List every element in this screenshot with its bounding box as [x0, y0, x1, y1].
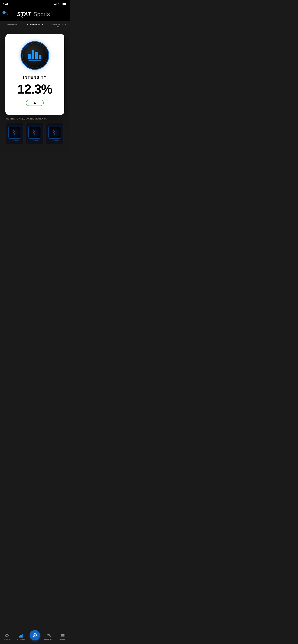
popup-card: INTENSITY 12.3% [5, 34, 64, 115]
svg-rect-3 [57, 3, 57, 5]
app-logo: STAT Sports ® [17, 10, 53, 18]
notification-button[interactable]: 2 [3, 11, 9, 18]
main-content: INTENSITY 12.3% METRIC-BASED ACHIEVEMENT… [0, 30, 70, 151]
svg-rect-1 [55, 4, 56, 5]
bar-chart-graphic [28, 50, 41, 60]
app-header: 2 STAT Sports ® [0, 8, 70, 21]
status-icons [54, 3, 67, 5]
signal-icon [54, 3, 57, 5]
status-bar: 9:41 [0, 0, 70, 8]
svg-rect-5 [63, 3, 66, 5]
expand-button[interactable] [26, 100, 44, 106]
tab-compare[interactable]: COMPARE TO A PRO [46, 21, 70, 30]
notification-badge: 2 [2, 11, 6, 14]
tab-achievements[interactable]: ACHIEVEMENTS [23, 21, 46, 30]
chevron-up-icon [33, 102, 36, 104]
chart-baseline [28, 60, 41, 61]
svg-rect-2 [56, 3, 56, 5]
notification-icon[interactable]: 2 [3, 11, 9, 18]
nav-tabs: DASHBOARD ACHIEVEMENTS COMPARE TO A PRO [0, 21, 70, 30]
status-time: 9:41 [3, 2, 8, 6]
svg-text:STAT: STAT [17, 11, 31, 17]
statsports-logo: STAT Sports ® [17, 10, 53, 18]
battery-icon [62, 3, 67, 5]
wifi-icon [58, 3, 61, 5]
svg-rect-0 [54, 4, 55, 5]
achievement-title: INTENSITY [23, 75, 47, 80]
svg-text:®: ® [50, 10, 52, 13]
achievement-value: 12.3% [17, 83, 52, 96]
svg-text:Sports: Sports [33, 11, 50, 17]
tab-dashboard[interactable]: DASHBOARD [0, 21, 23, 30]
achievement-badge [20, 41, 49, 70]
